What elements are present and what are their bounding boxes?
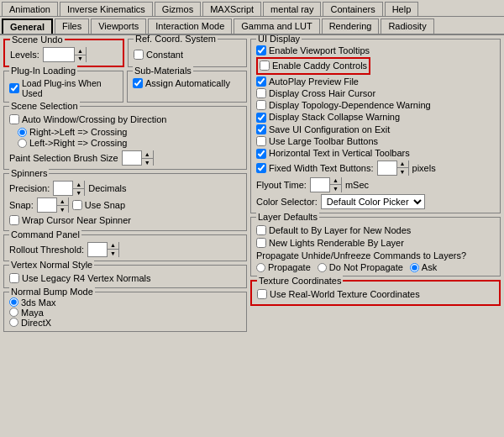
levels-spin-down[interactable]: ▼ xyxy=(75,55,86,63)
snap-spin-buttons[interactable]: ▲ ▼ xyxy=(56,197,68,213)
enable-caddy-label[interactable]: Enable Caddy Controls xyxy=(258,59,369,72)
tab-files[interactable]: Files xyxy=(55,18,89,34)
snap-up[interactable]: ▲ xyxy=(57,197,68,206)
autoplay-preview-label[interactable]: AutoPlay Preview File xyxy=(256,76,495,87)
new-lights-checkbox[interactable] xyxy=(256,238,266,248)
wrap-cursor-checkbox[interactable] xyxy=(9,215,19,225)
left-right-label[interactable]: Left->Right => Crossing xyxy=(18,138,241,148)
fixed-width-spinner[interactable]: 70 ▲ ▼ xyxy=(377,161,409,176)
color-selector-combo[interactable]: Default Color Picker xyxy=(321,194,425,209)
stack-collapse-label[interactable]: Display Stack Collapse Warning xyxy=(256,111,495,123)
tab-maxscript[interactable]: MAXScript xyxy=(202,2,261,16)
tab-viewports[interactable]: Viewports xyxy=(91,18,146,34)
precision-down[interactable]: ▼ xyxy=(73,189,84,197)
levels-spin-buttons[interactable]: ▲ ▼ xyxy=(74,47,86,62)
levels-input[interactable]: 100 xyxy=(44,48,74,61)
tab-radiosity[interactable]: Radiosity xyxy=(381,18,433,34)
tab-rendering[interactable]: Rendering xyxy=(322,18,380,34)
default-by-layer-checkbox[interactable] xyxy=(256,225,266,235)
propagate-radio-label[interactable]: Propagate xyxy=(256,262,311,272)
assign-auto-checkbox[interactable] xyxy=(133,78,143,88)
real-world-coords-label[interactable]: Use Real-World Texture Coordinates xyxy=(257,288,494,300)
bump-3dsmax-radio[interactable] xyxy=(9,297,18,307)
constant-checkbox-label[interactable]: Constant xyxy=(134,50,241,60)
wrap-cursor-label[interactable]: Wrap Cursor Near Spinner xyxy=(9,214,241,226)
tab-gamma-lut[interactable]: Gamma and LUT xyxy=(234,18,319,34)
levels-spinner[interactable]: 100 ▲ ▼ xyxy=(43,47,87,62)
use-snap-label[interactable]: Use Snap xyxy=(72,199,125,211)
rollout-down[interactable]: ▼ xyxy=(108,250,118,257)
tab-inverse-kinematics[interactable]: Inverse Kinematics xyxy=(60,2,153,16)
crosshair-cursor-checkbox[interactable] xyxy=(256,88,266,98)
tab-containers[interactable]: Containers xyxy=(323,2,382,16)
tab-animation[interactable]: Animation xyxy=(2,2,58,16)
autoplay-preview-checkbox[interactable] xyxy=(256,76,266,87)
tab-interaction-mode[interactable]: Interaction Mode xyxy=(148,18,232,34)
legacy-r4-checkbox[interactable] xyxy=(9,273,19,283)
auto-window-checkbox[interactable] xyxy=(9,114,19,124)
topology-warning-checkbox[interactable] xyxy=(256,100,266,110)
enable-caddy-checkbox[interactable] xyxy=(260,61,270,71)
bump-maya-radio[interactable] xyxy=(9,308,18,317)
use-snap-checkbox[interactable] xyxy=(72,200,82,210)
topology-warning-label[interactable]: Display Topology-Dependence Warning xyxy=(256,99,495,111)
flyout-spinner[interactable]: 300 ▲ ▼ xyxy=(310,177,342,192)
propagate-radio[interactable] xyxy=(256,263,265,272)
default-by-layer-label[interactable]: Default to By Layer for New Nodes xyxy=(256,224,495,236)
fixed-width-spin-buttons[interactable]: ▲ ▼ xyxy=(396,161,408,176)
real-world-coords-checkbox[interactable] xyxy=(257,289,267,299)
constant-checkbox[interactable] xyxy=(134,50,144,60)
paint-spin-buttons[interactable]: ▲ ▼ xyxy=(141,150,153,166)
paint-input[interactable]: 20 xyxy=(123,151,141,165)
fixed-width-up[interactable]: ▲ xyxy=(397,161,408,169)
levels-spin-up[interactable]: ▲ xyxy=(75,47,86,55)
rollout-spin-buttons[interactable]: ▲ ▼ xyxy=(107,242,118,257)
fixed-width-checkbox[interactable] xyxy=(256,163,266,173)
precision-spin-buttons[interactable]: ▲ ▼ xyxy=(72,181,84,196)
rollout-spinner[interactable]: 50 ▲ ▼ xyxy=(87,242,119,257)
enable-viewport-tooltips-label[interactable]: Enable Viewport Tooltips xyxy=(256,45,495,56)
snap-down[interactable]: ▼ xyxy=(57,206,68,213)
ask-radio[interactable] xyxy=(410,263,419,272)
tab-help[interactable]: Help xyxy=(385,2,419,16)
precision-spinner[interactable]: 3 ▲ ▼ xyxy=(53,181,85,196)
precision-input[interactable]: 3 xyxy=(54,182,72,195)
precision-up[interactable]: ▲ xyxy=(73,181,84,189)
load-plugins-label[interactable]: Load Plug-ins When Used xyxy=(9,78,118,98)
rollout-up[interactable]: ▲ xyxy=(108,242,118,250)
crosshair-cursor-label[interactable]: Display Cross Hair Cursor xyxy=(256,87,495,99)
fixed-width-input[interactable]: 70 xyxy=(378,161,396,175)
bump-3dsmax-label[interactable]: 3ds Max xyxy=(9,297,241,308)
paint-spin-down[interactable]: ▼ xyxy=(142,159,153,166)
right-left-label[interactable]: Right->Left => Crossing xyxy=(18,127,241,137)
save-ui-config-label[interactable]: Save UI Configuration on Exit xyxy=(256,124,495,135)
stack-collapse-checkbox[interactable] xyxy=(256,113,266,123)
left-right-radio[interactable] xyxy=(18,139,27,148)
rollout-input[interactable]: 50 xyxy=(88,243,107,256)
bump-maya-label[interactable]: Maya xyxy=(9,308,241,318)
do-not-propagate-label[interactable]: Do Not Propagate xyxy=(318,262,403,272)
snap-input[interactable]: 1.0 xyxy=(38,198,56,212)
load-plugins-checkbox[interactable] xyxy=(9,83,19,93)
do-not-propagate-radio[interactable] xyxy=(318,263,327,272)
tab-gizmos[interactable]: Gizmos xyxy=(155,2,201,16)
large-toolbar-label[interactable]: Use Large Toolbar Buttons xyxy=(256,135,495,147)
paint-spin-up[interactable]: ▲ xyxy=(142,150,153,159)
flyout-down[interactable]: ▼ xyxy=(330,185,341,192)
right-left-radio[interactable] xyxy=(18,128,27,137)
save-ui-config-checkbox[interactable] xyxy=(256,124,266,134)
new-lights-label[interactable]: New Lights Renderable By Layer xyxy=(256,237,495,249)
ask-label[interactable]: Ask xyxy=(410,262,437,272)
fixed-width-down[interactable]: ▼ xyxy=(397,168,408,176)
bump-directx-radio[interactable] xyxy=(9,318,18,327)
fixed-width-label[interactable]: Fixed Width Text Buttons: xyxy=(256,162,374,174)
legacy-r4-label[interactable]: Use Legacy R4 Vertex Normals xyxy=(9,272,241,284)
paint-spinner[interactable]: 20 ▲ ▼ xyxy=(122,150,154,166)
flyout-input[interactable]: 300 xyxy=(311,178,329,192)
assign-auto-label[interactable]: Assign Automatically xyxy=(133,78,241,88)
flyout-spin-buttons[interactable]: ▲ ▼ xyxy=(329,177,341,192)
large-toolbar-checkbox[interactable] xyxy=(256,136,266,146)
auto-window-label[interactable]: Auto Window/Crossing by Direction xyxy=(9,113,241,125)
flyout-up[interactable]: ▲ xyxy=(330,177,341,186)
horizontal-text-checkbox[interactable] xyxy=(256,149,266,159)
